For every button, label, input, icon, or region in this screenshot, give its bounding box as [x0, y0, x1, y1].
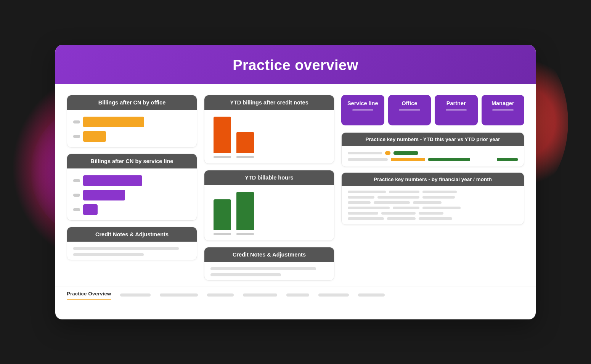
vbar-orange-tall [214, 117, 231, 153]
kn-row-1 [348, 151, 518, 155]
hbar-purple-large [83, 175, 142, 186]
bm-row-6 [348, 217, 518, 220]
vbar-group-1 [214, 117, 231, 158]
right-column: Service line Office Partner Manager [341, 95, 524, 281]
page-title: Practice overview [71, 57, 520, 74]
cn2-line-1 [210, 267, 316, 270]
hbar-sl-label-3 [73, 208, 80, 211]
key-numbers-month-card: Practice key numbers - by financial year… [341, 172, 524, 225]
hbar-label-1 [73, 120, 80, 123]
billings-by-service-line-header: Billings after CN by service line [67, 154, 197, 168]
bm-bar-1c [422, 191, 457, 193]
bm-bar-4c [422, 207, 461, 209]
filter-btn-line-2 [399, 109, 420, 111]
billings-by-office-title: Billings after CN by office [73, 99, 191, 106]
ytd-billable-hours-chart [204, 185, 334, 241]
vbar-green-2 [236, 192, 254, 230]
vbar-green-1 [214, 199, 231, 230]
kn-bar-green-2 [428, 158, 470, 161]
ytd-billings-card: YTD billings after credit notes [204, 95, 334, 164]
billings-by-service-line-chart [67, 168, 197, 220]
hbar-sl-label-1 [73, 179, 80, 182]
bm-bar-2c [422, 196, 455, 199]
ytd-billings-chart [204, 110, 334, 164]
bm-row-5 [348, 212, 518, 215]
bm-bar-6b [387, 217, 416, 220]
bm-row-2 [348, 196, 518, 199]
hbar-purple-medium [83, 190, 125, 200]
credit-notes-1-card: Credit Notes & Adjustments [67, 227, 197, 260]
tab-placeholder-3 [207, 293, 234, 297]
billings-by-office-chart [67, 110, 197, 147]
tab-placeholder-6 [318, 293, 349, 297]
tab-placeholder-2 [160, 293, 198, 297]
filter-partner[interactable]: Partner [435, 95, 478, 125]
hbar-row-1 [73, 117, 191, 127]
dashboard-card: Practice overview Billings after CN by o… [55, 45, 536, 319]
filter-office[interactable]: Office [388, 95, 431, 125]
filter-btn-line-4 [492, 109, 514, 111]
ytd-billable-hours-title: YTD billable hours [210, 175, 328, 181]
credit-notes-2-title: Credit Notes & Adjustments [210, 252, 328, 258]
kn-bar-orange-2 [391, 158, 425, 161]
cn-line-2 [73, 253, 144, 256]
bm-row-3 [348, 201, 518, 204]
filter-btn-line-1 [352, 109, 374, 111]
key-numbers-ytd-title: Practice key numbers - YTD this year vs … [347, 136, 519, 142]
key-numbers-month-header: Practice key numbers - by financial year… [342, 173, 524, 186]
filter-service-line[interactable]: Service line [341, 95, 384, 125]
middle-column: YTD billings after credit notes YTD [204, 95, 334, 281]
filter-btn-line-3 [446, 109, 467, 111]
kn-bar-orange-1 [385, 151, 390, 155]
billings-by-service-line-card: Billings after CN by service line [67, 154, 197, 221]
tab-placeholder-4 [243, 293, 277, 297]
filter-manager[interactable]: Manager [482, 95, 525, 125]
dashboard-header: Practice overview [55, 45, 536, 84]
hbar-sl-row-3 [73, 204, 191, 215]
tab-placeholder-1 [120, 293, 151, 297]
hbar-purple-small [83, 204, 98, 215]
kn-label-1 [348, 152, 382, 154]
vbar-label-1 [214, 156, 231, 158]
bm-bar-6a [348, 217, 384, 220]
tab-placeholder-5 [286, 293, 309, 297]
tab-placeholder-7 [358, 293, 385, 297]
bm-row-4 [348, 207, 518, 209]
ytd-billings-title: YTD billings after credit notes [210, 99, 328, 106]
billings-by-office-header: Billings after CN by office [67, 95, 197, 110]
bm-row-1 [348, 191, 518, 193]
tab-practice-overview[interactable]: Practice Overview [67, 291, 111, 300]
credit-notes-2-card: Credit Notes & Adjustments [204, 247, 334, 281]
bm-bar-4b [393, 207, 419, 209]
by-month-body [342, 186, 524, 224]
credit-notes-1-title: Credit Notes & Adjustments [73, 231, 191, 237]
kn-label-2 [348, 158, 388, 161]
vbar-orange-short [236, 132, 254, 153]
bm-bar-2a [348, 196, 374, 199]
vbar-label-2 [236, 156, 254, 158]
dashboard-body: Billings after CN by office Billings [55, 84, 536, 287]
ytd-billable-hours-header: YTD billable hours [204, 170, 334, 185]
bm-bar-1b [389, 191, 419, 193]
key-numbers-month-title: Practice key numbers - by financial year… [347, 176, 519, 182]
cn2-line-2 [210, 273, 281, 276]
bm-bar-6c [419, 217, 452, 220]
bm-bar-2b [377, 196, 419, 199]
ytd-billable-hours-card: YTD billable hours [204, 170, 334, 241]
ytd-billings-header: YTD billings after credit notes [204, 95, 334, 110]
bm-bar-5a [348, 212, 378, 215]
hbar-yellow-large [83, 117, 144, 127]
bm-bar-4a [348, 207, 390, 209]
hbar-sl-row-2 [73, 190, 191, 200]
vbar-green-label-2 [236, 233, 254, 235]
filter-buttons: Service line Office Partner Manager [341, 95, 524, 125]
billings-by-service-line-title: Billings after CN by service line [73, 158, 191, 164]
credit-notes-1-header: Credit Notes & Adjustments [67, 227, 197, 242]
credit-notes-1-area [67, 242, 197, 260]
cn-line-1 [73, 247, 179, 250]
vbar-group-2 [236, 132, 254, 158]
hbar-yellow-small [83, 131, 106, 142]
credit-notes-2-header: Credit Notes & Adjustments [204, 247, 334, 262]
hbar-sl-row-1 [73, 175, 191, 186]
credit-notes-2-area [204, 262, 334, 280]
